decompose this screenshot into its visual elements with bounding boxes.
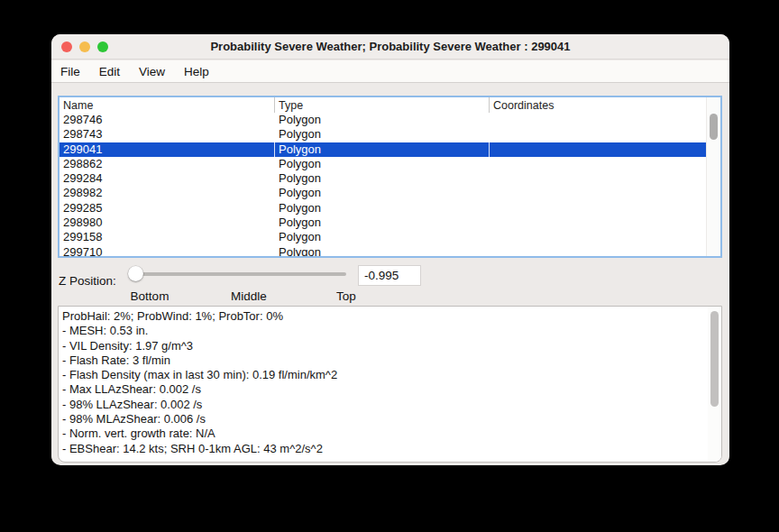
slider-tick-top: Top	[336, 289, 356, 303]
cell-coordinates	[490, 186, 707, 200]
close-button-icon[interactable]	[61, 41, 72, 52]
cell-name: 298862	[60, 157, 275, 171]
table-scrollbar[interactable]	[706, 97, 720, 256]
z-position-value-field[interactable]	[358, 265, 421, 286]
zoom-button-icon[interactable]	[97, 41, 108, 52]
cell-name: 299284	[60, 171, 275, 186]
slider-tick-middle: Middle	[231, 289, 267, 303]
details-text: ProbHail: 2%; ProbWind: 1%; ProbTor: 0% …	[59, 307, 721, 456]
menu-bar: File Edit View Help	[51, 60, 729, 83]
details-line: - 98% LLAzShear: 0.002 /s	[62, 398, 705, 412]
table-row-selected[interactable]: 299041 Polygon	[60, 142, 720, 157]
details-line: - 98% MLAzShear: 0.006 /s	[62, 412, 705, 427]
cell-type: Polygon	[275, 157, 490, 171]
window-title: Probability Severe Weather; Probability …	[51, 34, 729, 59]
column-header-coordinates[interactable]: Coordinates	[490, 97, 707, 113]
title-bar[interactable]: Probability Severe Weather; Probability …	[51, 34, 729, 60]
table-row[interactable]: 298746 Polygon	[60, 113, 720, 127]
cell-name: 299710	[60, 245, 275, 258]
table-header: Name Type Coordinates	[60, 97, 720, 113]
details-text-area[interactable]: ProbHail: 2%; ProbWind: 1%; ProbTor: 0% …	[58, 306, 722, 463]
cell-type: Polygon	[275, 201, 490, 216]
column-header-name[interactable]: Name	[60, 97, 275, 113]
details-line: - VIL Density: 1.97 g/m^3	[62, 339, 705, 353]
cell-type: Polygon	[275, 186, 490, 200]
cell-type: Polygon	[275, 113, 490, 127]
cell-type: Polygon	[275, 171, 490, 186]
cell-coordinates	[490, 245, 707, 258]
details-line: - Max LLAzShear: 0.002 /s	[62, 382, 705, 397]
cell-coordinates	[490, 201, 707, 216]
details-scrollbar[interactable]	[708, 307, 721, 462]
details-scrollbar-thumb[interactable]	[710, 311, 719, 407]
cell-type: Polygon	[275, 230, 490, 244]
column-header-type[interactable]: Type	[275, 97, 490, 113]
table-row[interactable]: 298862 Polygon	[60, 157, 720, 171]
cell-name: 299041	[60, 142, 275, 157]
cell-type: Polygon	[275, 245, 490, 258]
z-position-slider-track[interactable]	[135, 272, 346, 276]
z-position-slider-knob[interactable]	[128, 266, 143, 281]
menu-view[interactable]: View	[139, 65, 165, 78]
cell-coordinates	[490, 127, 707, 142]
details-line: - EBShear: 14.2 kts; SRH 0-1km AGL: 43 m…	[62, 442, 705, 456]
details-line: - Norm. vert. growth rate: N/A	[62, 427, 705, 441]
cell-type: Polygon	[275, 127, 490, 142]
details-line: - Flash Rate: 3 fl/min	[62, 353, 705, 368]
table-row[interactable]: 298980 Polygon	[60, 216, 720, 230]
z-position-label: Z Position:	[59, 274, 116, 288]
details-line: - Flash Density (max in last 30 min): 0.…	[62, 368, 705, 382]
cell-coordinates	[490, 230, 707, 244]
traffic-lights	[61, 41, 108, 52]
cell-coordinates	[490, 171, 707, 186]
table-row[interactable]: 299158 Polygon	[60, 230, 720, 244]
cell-name: 298982	[60, 186, 275, 200]
cell-name: 298743	[60, 127, 275, 142]
slider-tick-bottom: Bottom	[131, 289, 170, 303]
table-row[interactable]: 299284 Polygon	[60, 171, 720, 186]
cell-coordinates	[490, 142, 707, 157]
table-row[interactable]: 299710 Polygon	[60, 245, 720, 258]
table-row[interactable]: 298743 Polygon	[60, 127, 720, 142]
menu-help[interactable]: Help	[184, 65, 209, 78]
table-row[interactable]: 298982 Polygon	[60, 186, 720, 200]
table-scrollbar-thumb[interactable]	[710, 114, 718, 140]
cell-name: 299158	[60, 230, 275, 244]
details-line: - MESH: 0.53 in.	[62, 324, 705, 338]
cell-type: Polygon	[275, 216, 490, 230]
app-window: Probability Severe Weather; Probability …	[51, 34, 729, 465]
cell-coordinates	[490, 216, 707, 230]
minimize-button-icon[interactable]	[79, 41, 90, 52]
cell-name: 298746	[60, 113, 275, 127]
cell-coordinates	[490, 113, 707, 127]
table-row[interactable]: 299285 Polygon	[60, 201, 720, 216]
objects-table: Name Type Coordinates 298746 Polygon 298…	[58, 96, 722, 258]
cell-name: 298980	[60, 216, 275, 230]
menu-edit[interactable]: Edit	[99, 65, 120, 78]
cell-name: 299285	[60, 201, 275, 216]
cell-type: Polygon	[275, 142, 490, 157]
cell-coordinates	[490, 157, 707, 171]
details-line: ProbHail: 2%; ProbWind: 1%; ProbTor: 0%	[62, 309, 705, 324]
menu-file[interactable]: File	[60, 65, 80, 78]
